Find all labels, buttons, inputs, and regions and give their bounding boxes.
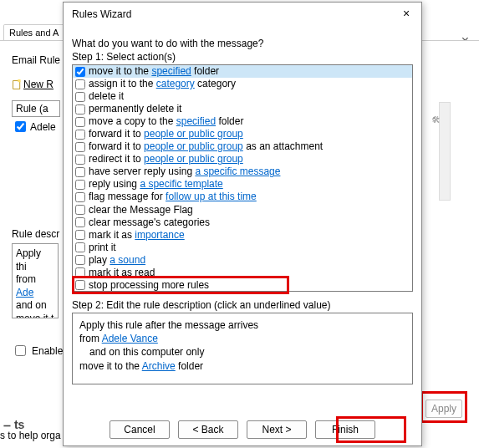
action-item-8[interactable]: have server reply using a specific messa… bbox=[73, 165, 412, 178]
action-item-4[interactable]: move a copy to the specified folder bbox=[73, 115, 412, 128]
action-link[interactable]: specified bbox=[151, 65, 191, 77]
action-label: move it to the specified folder bbox=[89, 65, 219, 78]
action-item-1[interactable]: assign it to the category category bbox=[73, 78, 412, 90]
apply-highlight bbox=[420, 391, 467, 423]
action-item-0[interactable]: move it to the specified folder bbox=[73, 65, 412, 78]
action-link[interactable]: people or public group bbox=[144, 140, 243, 152]
action-checkbox[interactable] bbox=[75, 104, 85, 115]
finish-button[interactable]: Finish bbox=[315, 420, 375, 439]
desc-line: from Ade bbox=[16, 273, 54, 299]
desc-line: and on bbox=[16, 299, 54, 313]
action-checkbox[interactable] bbox=[75, 92, 85, 102]
action-label: reply using a specific template bbox=[89, 178, 223, 191]
action-label: clear the Message Flag bbox=[89, 204, 193, 216]
action-item-16[interactable]: mark it as read bbox=[73, 267, 412, 279]
dialog-title: Rules Wizard bbox=[72, 8, 131, 20]
action-item-14[interactable]: print it bbox=[73, 242, 412, 254]
back-button[interactable]: < Back bbox=[178, 420, 238, 439]
action-label: flag message for follow up at this time bbox=[89, 191, 257, 203]
action-item-2[interactable]: delete it bbox=[73, 90, 412, 103]
action-checkbox[interactable] bbox=[75, 79, 85, 89]
rule-description-box: Apply this rule after the message arrive… bbox=[72, 313, 413, 384]
action-checkbox[interactable] bbox=[75, 167, 85, 177]
action-link[interactable]: people or public group bbox=[144, 153, 243, 165]
action-link[interactable]: follow up at this time bbox=[166, 191, 257, 202]
action-item-10[interactable]: flag message for follow up at this time bbox=[73, 191, 412, 203]
action-checkbox[interactable] bbox=[75, 205, 85, 215]
action-item-3[interactable]: permanently delete it bbox=[73, 103, 412, 115]
action-link[interactable]: a sound bbox=[110, 254, 145, 266]
action-link[interactable]: specified bbox=[176, 115, 216, 127]
rule-description-label: Rule descr bbox=[12, 228, 59, 240]
action-label: mark it as read bbox=[89, 267, 155, 279]
cancel-button[interactable]: Cancel bbox=[110, 420, 170, 439]
action-label: print it bbox=[89, 242, 116, 254]
action-checkbox[interactable] bbox=[75, 217, 85, 227]
action-item-17[interactable]: stop processing more rules bbox=[73, 279, 412, 292]
action-checkbox[interactable] bbox=[75, 117, 85, 127]
actions-list[interactable]: move it to the specified folderassign it… bbox=[72, 64, 413, 292]
new-rule-icon bbox=[12, 79, 23, 90]
action-checkbox[interactable] bbox=[75, 255, 85, 265]
action-item-11[interactable]: clear the Message Flag bbox=[73, 204, 412, 216]
action-label: delete it bbox=[89, 90, 124, 103]
action-item-12[interactable]: clear message's categories bbox=[73, 216, 412, 229]
action-checkbox[interactable] bbox=[75, 230, 85, 240]
action-checkbox[interactable] bbox=[75, 267, 85, 277]
action-checkbox[interactable] bbox=[75, 242, 85, 252]
desc-line: Apply this rule after the message arrive… bbox=[79, 318, 405, 332]
action-label: forward it to people or public group as … bbox=[89, 140, 323, 153]
action-checkbox[interactable] bbox=[75, 142, 85, 152]
action-checkbox[interactable] bbox=[75, 192, 85, 202]
from-value-link[interactable]: Adele Vance bbox=[102, 333, 158, 344]
action-label: have server reply using a specific messa… bbox=[89, 165, 280, 178]
enable-rules-input[interactable] bbox=[15, 345, 26, 356]
action-link[interactable]: a specific message bbox=[195, 165, 280, 177]
enable-rules-checkbox[interactable]: Enable bbox=[12, 343, 63, 359]
next-button[interactable]: Next > bbox=[247, 420, 307, 439]
new-rule-link[interactable]: New R bbox=[23, 79, 54, 90]
action-label: clear message's categories bbox=[89, 216, 210, 229]
wizard-button-row: Cancel < Back Next > Finish bbox=[64, 420, 421, 439]
action-checkbox[interactable] bbox=[75, 180, 85, 190]
action-label: permanently delete it bbox=[89, 103, 181, 115]
action-link[interactable]: category bbox=[156, 78, 195, 89]
rule-row[interactable]: Adele bbox=[12, 119, 60, 135]
action-link[interactable]: a specific template bbox=[140, 178, 222, 190]
help-text: s to help orga bbox=[0, 430, 61, 441]
close-button[interactable]: × bbox=[396, 6, 416, 23]
folder-value-link[interactable]: Archive bbox=[142, 360, 176, 372]
action-checkbox[interactable] bbox=[75, 155, 85, 165]
rule-name-label: Adele bbox=[30, 121, 56, 133]
action-label: move a copy to the specified folder bbox=[89, 115, 243, 128]
action-item-6[interactable]: forward it to people or public group as … bbox=[73, 140, 412, 153]
desc-line: move it t bbox=[16, 313, 54, 318]
tab-rules[interactable]: Rules and A bbox=[3, 24, 70, 41]
rules-wizard-dialog: Rules Wizard × What do you want to do wi… bbox=[63, 2, 422, 446]
action-checkbox[interactable] bbox=[75, 67, 85, 77]
rule-enabled-checkbox[interactable] bbox=[15, 121, 26, 132]
action-checkbox[interactable] bbox=[75, 280, 85, 290]
action-checkbox[interactable] bbox=[75, 130, 85, 140]
desc-line: and on this computer only bbox=[89, 345, 405, 359]
action-item-9[interactable]: reply using a specific template bbox=[73, 178, 412, 191]
action-label: stop processing more rules bbox=[89, 279, 209, 292]
email-rules-label: Email Rule bbox=[12, 54, 60, 66]
rules-grid-header: Rule (a bbox=[12, 100, 60, 117]
desc-line: move it to the Archive folder bbox=[79, 359, 405, 373]
step2-label: Step 2: Edit the rule description (click… bbox=[72, 299, 331, 311]
action-link[interactable]: importance bbox=[135, 229, 184, 241]
rule-description-box-bg: Apply thi from Ade and on move it t and … bbox=[12, 243, 59, 318]
step1-label: Step 1: Select action(s) bbox=[72, 51, 176, 63]
desc-line: from Adele Vance bbox=[79, 332, 405, 345]
action-item-5[interactable]: forward it to people or public group bbox=[73, 128, 412, 140]
tools-icon: 🛠 bbox=[427, 112, 444, 129]
action-item-15[interactable]: play a sound bbox=[73, 254, 412, 267]
action-label: forward it to people or public group bbox=[89, 128, 243, 140]
action-label: assign it to the category category bbox=[89, 78, 236, 90]
svg-rect-1 bbox=[18, 79, 20, 82]
action-link[interactable]: people or public group bbox=[144, 128, 243, 140]
action-item-13[interactable]: mark it as importance bbox=[73, 229, 412, 242]
enable-label: Enable bbox=[32, 345, 63, 357]
action-item-7[interactable]: redirect it to people or public group bbox=[73, 153, 412, 165]
